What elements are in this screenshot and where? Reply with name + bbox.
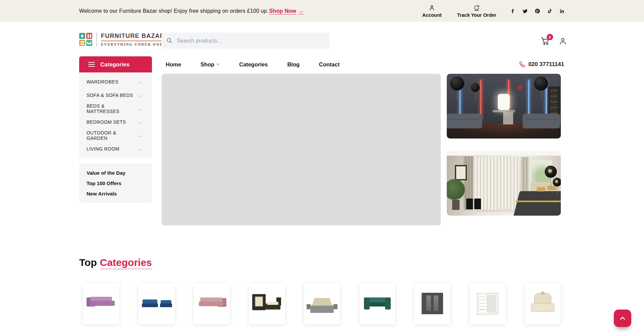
- promo-banner-black-friday-room[interactable]: ★: [447, 74, 561, 138]
- decor-bed: [514, 191, 561, 216]
- category-card[interactable]: [304, 283, 340, 324]
- product-image: [527, 292, 559, 316]
- arrow-right-icon: →: [138, 119, 143, 125]
- chevron-up-icon: [620, 317, 625, 320]
- sidebar-quick-links: Value of the Day Top 100 Offers New Arri…: [79, 163, 152, 203]
- arrow-right-icon: →: [138, 146, 143, 152]
- cart-button[interactable]: 0: [541, 37, 550, 47]
- lamp-icon: [79, 33, 85, 39]
- phone-icon: [519, 61, 525, 68]
- linkedin-icon[interactable]: [559, 8, 565, 14]
- heading-prefix: Top: [79, 257, 97, 268]
- nav-item-blog[interactable]: Blog: [287, 61, 300, 68]
- decor-neon-strip: [528, 80, 529, 119]
- hamburger-icon: [88, 62, 95, 67]
- track-order-label: Track Your Order: [457, 12, 496, 18]
- decor-slat-panel: [474, 156, 520, 210]
- heading-highlight: Categories: [100, 257, 152, 270]
- decor: [447, 151, 561, 156]
- star-balloon-icon: ★: [516, 82, 524, 93]
- product-image: [306, 292, 338, 316]
- arrow-right-icon: →: [138, 79, 143, 85]
- cart-count-badge: 0: [547, 34, 553, 40]
- tiktok-icon[interactable]: [547, 8, 552, 14]
- sidebar-item-bedroom-sets[interactable]: BEDROOM SETS →: [79, 115, 152, 129]
- category-card[interactable]: [525, 283, 561, 324]
- hero-slider-placeholder: [162, 74, 441, 225]
- product-image: [141, 292, 173, 316]
- balloon-icon: [450, 76, 464, 91]
- logo-mark: [79, 33, 92, 46]
- search-bar: [161, 33, 330, 49]
- quick-link-new-arrivals[interactable]: New Arrivals: [79, 188, 152, 199]
- categories-menu-title: Categories: [100, 61, 129, 68]
- pinterest-icon[interactable]: [535, 8, 540, 14]
- decor-pillow: [547, 186, 556, 190]
- welcome-text: Welcome to our Furniture Bazar shop! Enj…: [79, 8, 268, 14]
- sidebar-item-sofa-sofa-beds[interactable]: SOFA & SOFA BEDS →: [79, 89, 152, 102]
- search-icon: [166, 37, 173, 44]
- twitter-icon[interactable]: [522, 8, 528, 14]
- quick-link-value-of-the-day[interactable]: Value of the Day: [79, 168, 152, 178]
- categories-menu-button[interactable]: Categories: [79, 56, 152, 72]
- search-input[interactable]: [161, 33, 330, 49]
- drawers-icon: [79, 40, 85, 46]
- promo-banner-bedroom[interactable]: [447, 151, 561, 216]
- sidebar-item-beds-mattresses[interactable]: BEDS & MATTRESSES →: [79, 102, 152, 115]
- decor: [516, 201, 561, 202]
- sidebar-category-list: WARDROBES → SOFA & SOFA BEDS → BEDS & MA…: [79, 72, 152, 158]
- decor-wall-art: [455, 165, 467, 180]
- sidebar-item-living-room[interactable]: LIVING ROOM →: [79, 142, 152, 156]
- product-image: [361, 292, 393, 316]
- category-card[interactable]: [414, 283, 450, 324]
- wardrobe-icon: [86, 33, 92, 39]
- decor-sofa: [523, 114, 560, 128]
- balloon-icon: [534, 76, 548, 91]
- user-icon: [558, 37, 567, 46]
- arrow-right-icon: →: [138, 106, 143, 112]
- nav-item-shop[interactable]: Shop: [201, 61, 220, 68]
- arrow-right-icon: →: [138, 92, 143, 98]
- decor-vanity-drawer: [503, 112, 513, 124]
- track-order-link[interactable]: Track Your Order: [457, 4, 496, 18]
- product-image: [251, 292, 283, 316]
- category-card[interactable]: [139, 283, 175, 324]
- top-bar: Welcome to our Furniture Bazar shop! Enj…: [0, 0, 644, 22]
- balloon-icon: [545, 166, 557, 178]
- decor-sofa: [447, 114, 482, 128]
- facebook-icon[interactable]: [510, 8, 515, 14]
- account-button[interactable]: [558, 37, 567, 47]
- phone-link[interactable]: 020 37711141: [519, 56, 564, 72]
- category-card[interactable]: [249, 283, 285, 324]
- category-card[interactable]: [470, 283, 506, 324]
- top-categories-heading: TopCategories: [79, 257, 152, 268]
- decor-plant-pot: [452, 200, 460, 210]
- chevron-down-icon: [216, 63, 220, 66]
- decor-shopping-bags: [466, 199, 481, 209]
- product-image: [472, 292, 504, 316]
- sidebar-item-outdoor-garden[interactable]: OUTDOOR & GARDEN →: [79, 129, 152, 142]
- category-card[interactable]: [359, 283, 395, 324]
- quick-link-top-100-offers[interactable]: Top 100 Offers: [79, 178, 152, 188]
- decor-neon-strip: [480, 80, 481, 119]
- decor-pillow: [537, 187, 545, 191]
- nav-item-contact[interactable]: Contact: [319, 61, 339, 68]
- category-card[interactable]: [194, 283, 230, 324]
- account-link[interactable]: Account: [422, 4, 442, 18]
- decor-vanity: [493, 110, 515, 112]
- account-label: Account: [422, 12, 442, 18]
- nav-item-home[interactable]: Home: [166, 61, 181, 68]
- decor-lit-mirror: [498, 94, 510, 110]
- phone-number: 020 37711141: [528, 61, 564, 68]
- category-card[interactable]: [83, 283, 119, 324]
- balloon-icon: [553, 178, 561, 186]
- top-categories-carousel: [83, 283, 561, 324]
- nav-item-categories[interactable]: Categories: [239, 61, 268, 68]
- sofa-icon: [86, 40, 92, 46]
- shop-now-link[interactable]: Shop Now →: [269, 8, 304, 14]
- shop-now-label: Shop Now: [269, 8, 296, 14]
- decor-plant: [447, 179, 465, 200]
- person-icon: [428, 4, 435, 11]
- scroll-to-top-button[interactable]: [614, 310, 631, 327]
- sidebar-item-wardrobes[interactable]: WARDROBES →: [79, 75, 152, 89]
